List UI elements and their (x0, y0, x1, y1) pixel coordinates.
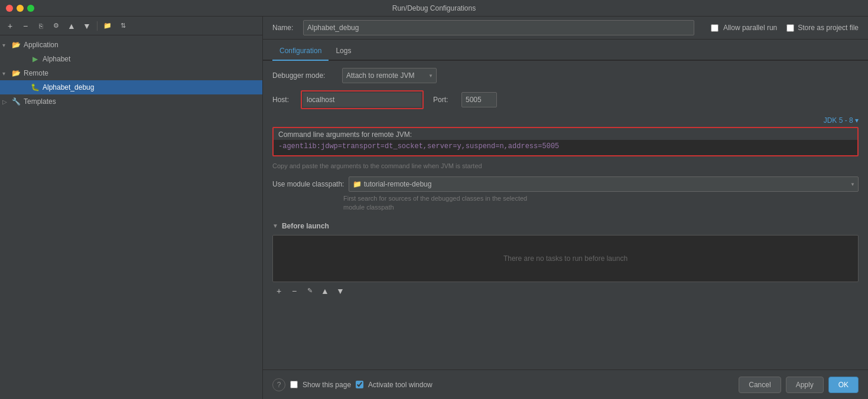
wrench-icon: 🔧 (11, 96, 21, 107)
bottom-bar: ? Show this page Activate tool window Ca… (263, 369, 868, 399)
sidebar-tree: ▾ 📂 Application ▶ Alphabet ▾ 📂 Remote 🐛 … (0, 35, 262, 399)
content-area: Name: Allow parallel run Store as projec… (263, 17, 868, 399)
jdk-row: JDK 5 - 8 ▾ (272, 116, 859, 125)
name-label: Name: (272, 24, 296, 32)
dialog-buttons: Cancel Apply OK (739, 377, 859, 393)
show-page-checkbox[interactable] (290, 381, 298, 388)
module-classpath-select[interactable]: 📁 tutorial-remote-debug (349, 176, 859, 192)
debugger-mode-row: Debugger mode: Attach to remote JVM List… (272, 68, 859, 83)
before-launch-toolbar: + − ✎ ▲ ▼ (272, 284, 859, 297)
before-launch-edit-button[interactable]: ✎ (303, 284, 316, 297)
sidebar-item-label: Remote (24, 69, 48, 77)
folder-icon: 📂 (11, 40, 21, 50)
apply-button[interactable]: Apply (786, 377, 824, 393)
before-launch-arrow-icon[interactable]: ▼ (272, 223, 278, 229)
before-launch-up-button[interactable]: ▲ (318, 284, 331, 297)
port-input[interactable] (461, 92, 497, 107)
activate-tool-label: Activate tool window (368, 381, 433, 389)
allow-parallel-row: Allow parallel run (711, 24, 777, 32)
add-folder-button[interactable]: 📁 (101, 19, 114, 32)
before-launch-empty-text: There are no tasks to run before launch (503, 254, 628, 263)
module-classpath-row: Use module classpath: 📁 tutorial-remote-… (272, 176, 859, 192)
bottom-check-row: Show this page Activate tool window (290, 381, 734, 389)
arrow-icon: ▾ (2, 42, 11, 48)
port-label: Port: (433, 96, 457, 104)
before-launch-remove-button[interactable]: − (288, 284, 301, 297)
add-config-button[interactable]: + (4, 19, 17, 32)
sidebar-item-alphabet-debug[interactable]: 🐛 Alphabet_debug (0, 80, 262, 94)
sidebar-item-label: Alphabet (43, 55, 70, 63)
move-up-button[interactable]: ▲ (65, 19, 78, 32)
sidebar: + − ⎘ ⚙ ▲ ▼ 📁 ⇅ ▾ 📂 Application ▶ Alphab… (0, 17, 263, 399)
debugger-mode-select-wrapper: Attach to remote JVM Listen to remote JV… (342, 68, 437, 83)
sidebar-item-application[interactable]: ▾ 📂 Application (0, 38, 262, 52)
sidebar-item-remote[interactable]: ▾ 📂 Remote (0, 66, 262, 80)
top-right-area: Allow parallel run Store as project file (701, 24, 859, 32)
cmd-args-value: -agentlib:jdwp=transport=dt_socket,serve… (274, 140, 857, 155)
arrow-icon: ▾ (2, 70, 11, 77)
module-classpath-label: Use module classpath: (272, 180, 344, 188)
store-project-label: Store as project file (798, 24, 859, 32)
tabs-bar: Configuration Logs (263, 40, 868, 61)
cmd-args-section: Command line arguments for remote JVM: -… (272, 127, 859, 156)
folder-icon: 📂 (11, 68, 21, 79)
traffic-lights (6, 5, 34, 12)
copy-hint: Copy and paste the arguments to the comm… (272, 162, 859, 169)
before-launch-add-button[interactable]: + (272, 284, 285, 297)
show-page-label: Show this page (303, 381, 351, 389)
toolbar-separator (97, 21, 97, 31)
classpath-hint-line2: module classpath (343, 204, 394, 211)
allow-parallel-checkbox[interactable] (711, 24, 719, 32)
debugger-mode-label: Debugger mode: (272, 71, 337, 80)
name-row: Name: Allow parallel run Store as projec… (263, 17, 868, 40)
copy-config-button[interactable]: ⎘ (34, 19, 47, 32)
host-port-row: Host: Port: (272, 90, 859, 109)
before-launch-header: ▼ Before launch (272, 222, 859, 230)
sort-button[interactable]: ⇅ (116, 19, 129, 32)
host-input-box (301, 90, 424, 109)
config-content: Debugger mode: Attach to remote JVM List… (263, 61, 868, 369)
maximize-button[interactable] (27, 5, 34, 12)
sidebar-item-label: Alphabet_debug (43, 83, 94, 91)
sidebar-item-label: Application (24, 41, 58, 49)
remove-config-button[interactable]: − (19, 19, 32, 32)
module-select-wrapper: 📁 tutorial-remote-debug (349, 176, 859, 192)
minimize-button[interactable] (17, 5, 24, 12)
store-project-checkbox[interactable] (786, 24, 794, 32)
tab-configuration[interactable]: Configuration (272, 42, 329, 61)
host-label: Host: (272, 96, 296, 104)
sidebar-toolbar: + − ⎘ ⚙ ▲ ▼ 📁 ⇅ (0, 17, 262, 35)
close-button[interactable] (6, 5, 13, 12)
move-down-button[interactable]: ▼ (80, 19, 93, 32)
jdk-link[interactable]: JDK 5 - 8 ▾ (824, 116, 859, 125)
sidebar-item-alphabet[interactable]: ▶ Alphabet (0, 52, 262, 66)
store-project-row: Store as project file (786, 24, 859, 32)
before-launch-down-button[interactable]: ▼ (334, 284, 347, 297)
run-icon: ▶ (30, 54, 40, 64)
sidebar-item-templates[interactable]: ▷ 🔧 Templates (0, 94, 262, 109)
title-bar: Run/Debug Configurations (0, 0, 868, 17)
activate-tool-checkbox[interactable] (356, 381, 363, 388)
cmd-args-label: Command line arguments for remote JVM: (274, 128, 857, 140)
host-input[interactable] (303, 93, 421, 107)
settings-button[interactable]: ⚙ (50, 19, 63, 32)
arrow-icon: ▷ (2, 99, 11, 105)
ok-button[interactable]: OK (828, 377, 859, 393)
debug-icon: 🐛 (30, 82, 40, 93)
allow-parallel-label: Allow parallel run (723, 24, 777, 32)
debugger-mode-select[interactable]: Attach to remote JVM Listen to remote JV… (342, 68, 437, 83)
before-launch-area: There are no tasks to run before launch (272, 235, 859, 282)
cancel-button[interactable]: Cancel (739, 377, 781, 393)
help-button[interactable]: ? (272, 378, 285, 391)
before-launch-title: Before launch (282, 222, 329, 230)
tab-logs[interactable]: Logs (329, 42, 358, 61)
before-launch-section: ▼ Before launch There are no tasks to ru… (272, 222, 859, 297)
classpath-hint: First search for sources of the debugged… (272, 194, 859, 212)
window-title: Run/Debug Configurations (392, 4, 476, 12)
classpath-hint-line1: First search for sources of the debugged… (343, 195, 527, 202)
name-input[interactable] (303, 20, 694, 35)
sidebar-item-label: Templates (24, 97, 56, 106)
